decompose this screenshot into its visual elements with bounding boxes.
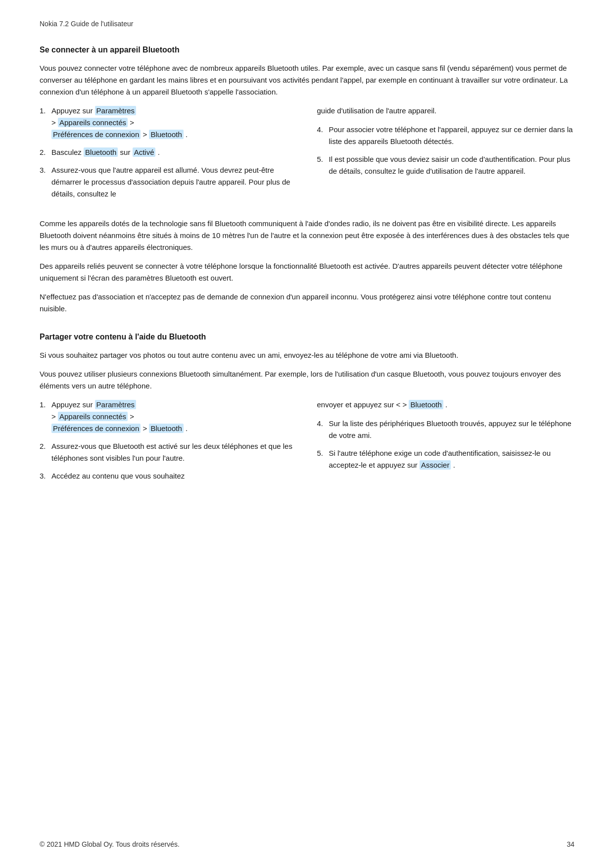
section1-title: Se connecter à un appareil Bluetooth [40, 46, 574, 54]
section1-col-left: 1. Appuyez sur Paramètres > Appareils co… [40, 105, 297, 206]
section2-step3: 3. Accédez au contenu que vous souhaitez [40, 470, 297, 482]
s2-step1-highlight-appareils: Appareils connectés [58, 412, 128, 421]
section1-col-right: guide d'utilisation de l'autre appareil.… [317, 105, 575, 206]
step1-highlight-parametres: Paramètres [95, 106, 137, 115]
section1-step4: 4. Pour associer votre téléphone et l'ap… [317, 124, 575, 147]
s2-step2-content: Assurez-vous que Bluetooth est activé su… [51, 440, 297, 464]
s2-step1-number: 1. [40, 399, 51, 434]
section2-step2: 2. Assurez-vous que Bluetooth est activé… [40, 440, 297, 464]
step2-highlight-active: Activé [133, 147, 156, 157]
s2-step5-content: Si l'autre téléphone exige un code d'aut… [329, 447, 575, 471]
step1-highlight-appareils: Appareils connectés [58, 118, 128, 127]
section1-step5: 5. Il est possible que vous deviez saisi… [317, 153, 575, 177]
section2-step5: 5. Si l'autre téléphone exige un code d'… [317, 447, 575, 471]
step1-content: Appuyez sur Paramètres > Appareils conne… [51, 105, 297, 141]
s2-step5-number: 5. [317, 447, 329, 471]
step5-content: Il est possible que vous deviez saisir u… [329, 153, 575, 177]
step2-number: 2. [40, 146, 51, 158]
step3-number: 3. [40, 164, 51, 200]
section1-step1: 1. Appuyez sur Paramètres > Appareils co… [40, 105, 297, 141]
section2-step4: 4. Sur la liste des périphériques Blueto… [317, 418, 575, 441]
step1-number: 1. [40, 105, 51, 141]
step2-highlight-bluetooth: Bluetooth [84, 147, 118, 157]
section1-intro: Vous pouvez connecter votre téléphone av… [40, 62, 574, 98]
section1-step3: 3. Assurez-vous que l'autre appareil est… [40, 164, 297, 200]
section1-para2: Des appareils reliés peuvent se connecte… [40, 260, 574, 284]
step3-continuation: guide d'utilisation de l'autre appareil. [317, 105, 575, 117]
s2-step3-continuation: envoyer et appuyez sur < > Bluetooth . [317, 399, 575, 411]
section1-steps: 1. Appuyez sur Paramètres > Appareils co… [40, 105, 574, 206]
section2-intro1: Si vous souhaitez partager vos photos ou… [40, 349, 574, 361]
s2-step3-content: Accédez au contenu que vous souhaitez [51, 470, 297, 482]
s2-step1-highlight-parametres: Paramètres [95, 400, 137, 409]
s2-step4-number: 4. [317, 418, 329, 441]
footer-page-number: 34 [567, 840, 574, 848]
page-header: Nokia 7.2 Guide de l'utilisateur [40, 20, 574, 28]
s2-step4-content: Sur la liste des périphériques Bluetooth… [329, 418, 575, 441]
s2-step3-number: 3. [40, 470, 51, 482]
s2-step1-highlight-bluetooth: Bluetooth [149, 424, 183, 433]
footer-copyright: © 2021 HMD Global Oy. Tous droits réserv… [40, 840, 180, 848]
step5-number: 5. [317, 153, 329, 177]
section2-col-right: envoyer et appuyez sur < > Bluetooth . 4… [317, 399, 575, 488]
s2-step3-bluetooth-highlight: Bluetooth [409, 400, 443, 409]
s2-step2-number: 2. [40, 440, 51, 464]
s2-step1-highlight-preferences: Préférences de connexion [51, 424, 141, 433]
section2-steps: 1. Appuyez sur Paramètres > Appareils co… [40, 399, 574, 488]
step1-highlight-bluetooth: Bluetooth [149, 130, 183, 139]
step4-number: 4. [317, 124, 329, 147]
section1-para3: N'effectuez pas d'association et n'accep… [40, 291, 574, 315]
step1-highlight-preferences: Préférences de connexion [51, 130, 141, 139]
section1-para1: Comme les appareils dotés de la technolo… [40, 218, 574, 253]
section2-col-left: 1. Appuyez sur Paramètres > Appareils co… [40, 399, 297, 488]
page-footer: © 2021 HMD Global Oy. Tous droits réserv… [40, 840, 574, 848]
step2-content: Basculez Bluetooth sur Activé . [51, 146, 297, 158]
header-title: Nokia 7.2 Guide de l'utilisateur [40, 20, 133, 28]
s2-step1-content: Appuyez sur Paramètres > Appareils conne… [51, 399, 297, 434]
section2-title: Partager votre contenu à l'aide du Bluet… [40, 333, 574, 341]
step4-content: Pour associer votre téléphone et l'appar… [329, 124, 575, 147]
section2-intro2: Vous pouvez utiliser plusieurs connexion… [40, 368, 574, 392]
step3-content: Assurez-vous que l'autre appareil est al… [51, 164, 297, 200]
section2-step1: 1. Appuyez sur Paramètres > Appareils co… [40, 399, 297, 434]
s2-step5-highlight-associer: Associer [420, 460, 451, 470]
section1-step2: 2. Basculez Bluetooth sur Activé . [40, 146, 297, 158]
